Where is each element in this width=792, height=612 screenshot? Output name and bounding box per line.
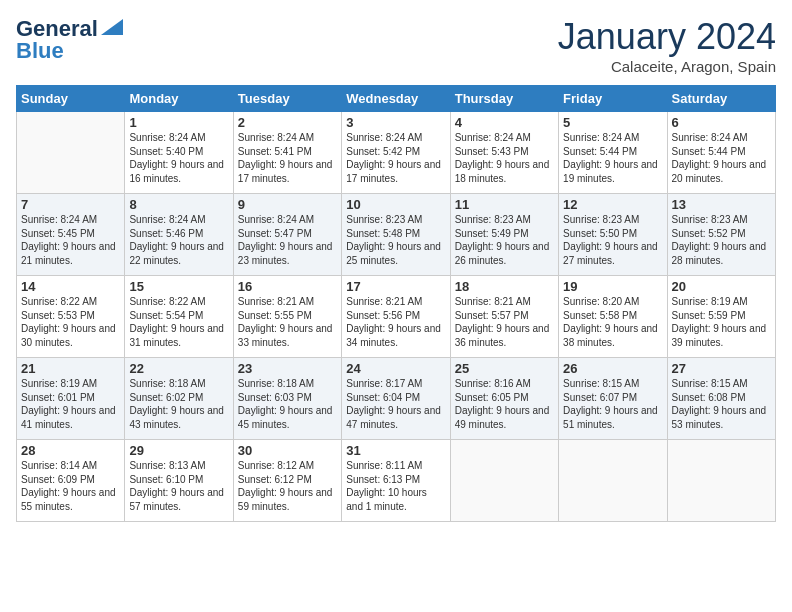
day-info: Sunrise: 8:24 AMSunset: 5:43 PMDaylight:… (455, 131, 554, 185)
calendar-cell: 7Sunrise: 8:24 AMSunset: 5:45 PMDaylight… (17, 194, 125, 276)
day-info: Sunrise: 8:21 AMSunset: 5:55 PMDaylight:… (238, 295, 337, 349)
day-info: Sunrise: 8:21 AMSunset: 5:57 PMDaylight:… (455, 295, 554, 349)
day-info: Sunrise: 8:23 AMSunset: 5:49 PMDaylight:… (455, 213, 554, 267)
calendar-week-row: 1Sunrise: 8:24 AMSunset: 5:40 PMDaylight… (17, 112, 776, 194)
day-number: 12 (563, 197, 662, 212)
day-number: 20 (672, 279, 771, 294)
calendar-cell: 15Sunrise: 8:22 AMSunset: 5:54 PMDayligh… (125, 276, 233, 358)
calendar-cell: 14Sunrise: 8:22 AMSunset: 5:53 PMDayligh… (17, 276, 125, 358)
day-number: 4 (455, 115, 554, 130)
title-block: January 2024 Calaceite, Aragon, Spain (558, 16, 776, 75)
day-number: 19 (563, 279, 662, 294)
day-header-thursday: Thursday (450, 86, 558, 112)
day-info: Sunrise: 8:24 AMSunset: 5:46 PMDaylight:… (129, 213, 228, 267)
calendar-cell: 11Sunrise: 8:23 AMSunset: 5:49 PMDayligh… (450, 194, 558, 276)
day-info: Sunrise: 8:24 AMSunset: 5:47 PMDaylight:… (238, 213, 337, 267)
calendar-cell: 4Sunrise: 8:24 AMSunset: 5:43 PMDaylight… (450, 112, 558, 194)
day-info: Sunrise: 8:19 AMSunset: 6:01 PMDaylight:… (21, 377, 120, 431)
day-number: 16 (238, 279, 337, 294)
day-info: Sunrise: 8:17 AMSunset: 6:04 PMDaylight:… (346, 377, 445, 431)
day-info: Sunrise: 8:18 AMSunset: 6:03 PMDaylight:… (238, 377, 337, 431)
day-info: Sunrise: 8:16 AMSunset: 6:05 PMDaylight:… (455, 377, 554, 431)
calendar-cell (17, 112, 125, 194)
day-number: 8 (129, 197, 228, 212)
logo-blue: Blue (16, 38, 64, 64)
day-header-sunday: Sunday (17, 86, 125, 112)
logo: General Blue (16, 16, 123, 64)
calendar-cell: 8Sunrise: 8:24 AMSunset: 5:46 PMDaylight… (125, 194, 233, 276)
day-number: 27 (672, 361, 771, 376)
day-info: Sunrise: 8:18 AMSunset: 6:02 PMDaylight:… (129, 377, 228, 431)
day-header-monday: Monday (125, 86, 233, 112)
day-number: 24 (346, 361, 445, 376)
logo-icon (101, 19, 123, 35)
day-info: Sunrise: 8:23 AMSunset: 5:50 PMDaylight:… (563, 213, 662, 267)
calendar-week-row: 28Sunrise: 8:14 AMSunset: 6:09 PMDayligh… (17, 440, 776, 522)
day-number: 14 (21, 279, 120, 294)
calendar-cell: 18Sunrise: 8:21 AMSunset: 5:57 PMDayligh… (450, 276, 558, 358)
calendar-cell (667, 440, 775, 522)
calendar-week-row: 7Sunrise: 8:24 AMSunset: 5:45 PMDaylight… (17, 194, 776, 276)
day-header-tuesday: Tuesday (233, 86, 341, 112)
day-info: Sunrise: 8:24 AMSunset: 5:44 PMDaylight:… (672, 131, 771, 185)
calendar-cell: 3Sunrise: 8:24 AMSunset: 5:42 PMDaylight… (342, 112, 450, 194)
calendar-header-row: SundayMondayTuesdayWednesdayThursdayFrid… (17, 86, 776, 112)
day-number: 26 (563, 361, 662, 376)
day-number: 22 (129, 361, 228, 376)
calendar-cell: 20Sunrise: 8:19 AMSunset: 5:59 PMDayligh… (667, 276, 775, 358)
calendar-week-row: 21Sunrise: 8:19 AMSunset: 6:01 PMDayligh… (17, 358, 776, 440)
calendar-table: SundayMondayTuesdayWednesdayThursdayFrid… (16, 85, 776, 522)
day-info: Sunrise: 8:12 AMSunset: 6:12 PMDaylight:… (238, 459, 337, 513)
day-number: 31 (346, 443, 445, 458)
calendar-cell: 21Sunrise: 8:19 AMSunset: 6:01 PMDayligh… (17, 358, 125, 440)
location: Calaceite, Aragon, Spain (558, 58, 776, 75)
day-number: 3 (346, 115, 445, 130)
calendar-cell: 6Sunrise: 8:24 AMSunset: 5:44 PMDaylight… (667, 112, 775, 194)
calendar-cell: 30Sunrise: 8:12 AMSunset: 6:12 PMDayligh… (233, 440, 341, 522)
day-number: 9 (238, 197, 337, 212)
day-number: 21 (21, 361, 120, 376)
header: General Blue January 2024 Calaceite, Ara… (16, 16, 776, 75)
day-number: 18 (455, 279, 554, 294)
calendar-cell: 13Sunrise: 8:23 AMSunset: 5:52 PMDayligh… (667, 194, 775, 276)
calendar-cell: 26Sunrise: 8:15 AMSunset: 6:07 PMDayligh… (559, 358, 667, 440)
day-info: Sunrise: 8:20 AMSunset: 5:58 PMDaylight:… (563, 295, 662, 349)
calendar-cell: 28Sunrise: 8:14 AMSunset: 6:09 PMDayligh… (17, 440, 125, 522)
calendar-cell: 17Sunrise: 8:21 AMSunset: 5:56 PMDayligh… (342, 276, 450, 358)
page-container: General Blue January 2024 Calaceite, Ara… (0, 0, 792, 532)
day-number: 25 (455, 361, 554, 376)
month-title: January 2024 (558, 16, 776, 58)
calendar-cell: 10Sunrise: 8:23 AMSunset: 5:48 PMDayligh… (342, 194, 450, 276)
day-info: Sunrise: 8:24 AMSunset: 5:44 PMDaylight:… (563, 131, 662, 185)
day-info: Sunrise: 8:14 AMSunset: 6:09 PMDaylight:… (21, 459, 120, 513)
calendar-cell: 2Sunrise: 8:24 AMSunset: 5:41 PMDaylight… (233, 112, 341, 194)
day-number: 13 (672, 197, 771, 212)
calendar-cell: 9Sunrise: 8:24 AMSunset: 5:47 PMDaylight… (233, 194, 341, 276)
calendar-cell: 22Sunrise: 8:18 AMSunset: 6:02 PMDayligh… (125, 358, 233, 440)
day-info: Sunrise: 8:24 AMSunset: 5:42 PMDaylight:… (346, 131, 445, 185)
day-info: Sunrise: 8:15 AMSunset: 6:08 PMDaylight:… (672, 377, 771, 431)
day-number: 30 (238, 443, 337, 458)
day-header-saturday: Saturday (667, 86, 775, 112)
day-info: Sunrise: 8:15 AMSunset: 6:07 PMDaylight:… (563, 377, 662, 431)
day-number: 1 (129, 115, 228, 130)
calendar-cell (450, 440, 558, 522)
day-number: 15 (129, 279, 228, 294)
day-number: 6 (672, 115, 771, 130)
day-info: Sunrise: 8:24 AMSunset: 5:45 PMDaylight:… (21, 213, 120, 267)
calendar-cell: 24Sunrise: 8:17 AMSunset: 6:04 PMDayligh… (342, 358, 450, 440)
day-number: 7 (21, 197, 120, 212)
calendar-cell: 29Sunrise: 8:13 AMSunset: 6:10 PMDayligh… (125, 440, 233, 522)
calendar-cell (559, 440, 667, 522)
day-number: 10 (346, 197, 445, 212)
day-header-wednesday: Wednesday (342, 86, 450, 112)
day-info: Sunrise: 8:22 AMSunset: 5:54 PMDaylight:… (129, 295, 228, 349)
calendar-cell: 1Sunrise: 8:24 AMSunset: 5:40 PMDaylight… (125, 112, 233, 194)
day-info: Sunrise: 8:19 AMSunset: 5:59 PMDaylight:… (672, 295, 771, 349)
calendar-cell: 27Sunrise: 8:15 AMSunset: 6:08 PMDayligh… (667, 358, 775, 440)
day-number: 2 (238, 115, 337, 130)
calendar-week-row: 14Sunrise: 8:22 AMSunset: 5:53 PMDayligh… (17, 276, 776, 358)
day-info: Sunrise: 8:22 AMSunset: 5:53 PMDaylight:… (21, 295, 120, 349)
day-info: Sunrise: 8:24 AMSunset: 5:41 PMDaylight:… (238, 131, 337, 185)
calendar-cell: 31Sunrise: 8:11 AMSunset: 6:13 PMDayligh… (342, 440, 450, 522)
